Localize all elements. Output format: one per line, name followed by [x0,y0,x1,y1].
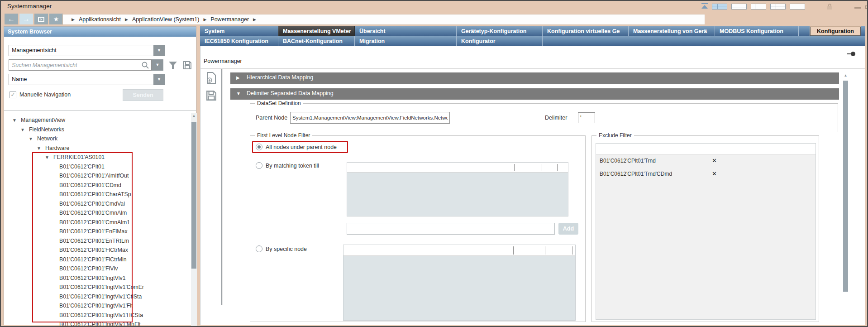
sort-dropdown[interactable]: Name ▼ [9,74,165,85]
tab-bacnet-konfiguration[interactable]: BACnet-Konfiguration [278,36,355,46]
import-file-icon[interactable] [205,72,217,84]
divider [221,69,222,305]
tree-item[interactable]: B01'C0612'CPlt01'CmnAlm [4,209,190,218]
tab-iec61850-konfiguration[interactable]: IEC61850 Konfiguration [200,36,278,46]
tree-item-label: B01'C0612'CPlt01'EnTRtLm [59,238,129,244]
breadcrumb-item[interactable]: Powermanager [210,16,249,23]
chevron-down-icon[interactable]: ▼ [153,74,165,85]
konfiguration-mode-button[interactable]: Konfiguration [810,27,861,36]
tree-item[interactable]: B01'C0612'CPlt01'IngtVlv1 [4,274,190,284]
filter-icon[interactable] [167,60,178,71]
remove-icon[interactable]: ✕ [712,157,717,164]
radio-all-nodes[interactable] [256,144,262,150]
layout-bottom-icon[interactable] [731,4,747,10]
tree-item[interactable]: B01'C0612'CPlt01'CharATSp [4,191,190,200]
collapse-arrow-icon[interactable]: ▼ [236,91,241,96]
favorites-button[interactable]: ★ [49,14,63,24]
sidebar-scrollbar[interactable]: ▲ [191,113,197,326]
search-input[interactable] [9,60,151,70]
tab-massenerstellung-vmeter[interactable]: Massenerstellung VMeter [278,26,355,36]
tree-expand-icon[interactable]: ▼ [29,136,33,141]
tab-übersicht[interactable]: Übersicht [355,26,457,36]
section-hierarchical-mapping[interactable]: ▶ Hierarchical Data Mapping [230,72,839,84]
tree-item[interactable]: B01'C0612'CPlt01'IngtVlv1'ComEr [4,284,190,293]
radio-matching-token[interactable] [256,162,262,169]
tree-item[interactable]: B01'C0612'CPlt01'EnTRtLm [4,237,190,246]
scrollbar-thumb[interactable] [843,81,848,292]
tree-item[interactable]: B01'C0612'CPlt01'CDmd [4,182,190,191]
send-button[interactable]: Senden [123,89,163,101]
specific-node-table[interactable] [343,245,576,321]
tree-item[interactable]: B01'C0612'CPlt01'CmdVal [4,200,190,209]
tab-modbus-konfiguration[interactable]: MODBUS Konfiguration [715,26,799,36]
back-button[interactable]: ← [5,14,18,24]
tab-konfiguration-virtuelles-ge[interactable]: Konfiguration virtuelles Ge [543,26,629,36]
view-dropdown[interactable]: Managementsicht ▼ [9,45,165,56]
tree-item[interactable]: B01'C0612'CPlt01 [4,163,190,172]
tree-expand-icon[interactable]: ▼ [37,146,41,151]
tree-item[interactable]: B01'C0612'CPlt01'EnFlMax [4,228,190,237]
save-icon[interactable] [205,90,217,101]
tree-item[interactable]: B01'C0612'CPlt01'CmnAlm1 [4,219,190,228]
remove-icon[interactable]: ✕ [712,170,717,177]
tree-item[interactable]: B01'C0612'CPlt01'FlCtrMax [4,246,190,255]
layout-left-icon[interactable] [751,4,766,10]
breadcrumb-item[interactable]: ApplicationView (System1) [132,16,199,23]
add-button[interactable]: Add [558,223,578,235]
layout-single-icon[interactable] [790,4,805,10]
parent-node-input[interactable] [290,112,450,124]
layout-quad-icon[interactable] [770,4,786,10]
tree-item-label: B01'C0612'CPlt01'AlmItfOut [59,173,129,179]
tree-item[interactable]: ▼ManagementView [4,116,190,125]
expand-arrow-icon[interactable]: ▶ [236,75,240,80]
tree-item[interactable]: B01'C0612'CPlt01'IngtVlv1'CtlSta [4,293,190,302]
tree-item[interactable]: B01'C0612'CPlt01'FlVlv [4,265,190,274]
tree-item[interactable]: ▼Hardware [4,144,190,154]
dock-pane-icon[interactable] [701,5,708,9]
radio-specific-node[interactable] [256,245,262,252]
tree-item-label: B01'C0612'CPlt01'IngtVlv1'CtlSta [59,293,142,300]
scroll-up-icon[interactable]: ▲ [843,73,849,77]
minimize-button[interactable] [854,7,861,9]
tree-item[interactable]: ▼FERRKIE01'AS0101 [4,154,190,163]
scroll-up-icon[interactable]: ▲ [191,114,197,118]
tree-item-label: B01'C0612'CPlt01 [59,164,105,170]
tree-item[interactable]: B01'C0612'CPlt01'IngtVlv1'Flt [4,302,190,311]
tab-system[interactable]: System [200,26,278,36]
search-dropdown-button[interactable]: ▼ [152,59,163,71]
manual-navigation-checkbox[interactable]: ✓ [10,91,16,98]
pin-icon[interactable] [847,52,856,56]
layout-grid-icon[interactable] [712,4,727,10]
tree-expand-icon[interactable]: ▼ [12,118,17,123]
tab-migration[interactable]: Migration [355,36,457,46]
tab-konfigurator[interactable]: Konfigurator [457,36,543,46]
delimiter-input[interactable] [578,112,595,123]
search-field[interactable] [9,59,152,71]
scrollbar-thumb[interactable] [191,122,196,269]
chevron-down-icon[interactable]: ▼ [153,45,165,56]
tree-item[interactable]: B01'C0612'CPlt01'IngtVlv1'MnFlt [4,321,190,326]
tree-expand-icon[interactable]: ▼ [20,127,25,132]
save-filter-icon[interactable] [182,60,193,71]
subtab-powermanager[interactable]: Powermanager [204,58,242,64]
specific-node-table-header [343,245,575,256]
tree-item[interactable]: ▼FieldNetworks [4,126,190,135]
forward-button[interactable]: → [19,14,33,24]
token-table[interactable] [347,162,568,216]
tab-gerätetyp-konfiguration[interactable]: Gerätetyp-Konfiguration [457,26,543,36]
star-icon: ★ [53,15,59,23]
content-scrollbar[interactable]: ▲ [843,73,849,305]
tree-item[interactable]: ▼Network [4,135,190,144]
section-delimiter-mapping[interactable]: ▼ Delimiter Separated Data Mapping [230,88,839,100]
tab-row-secondary: IEC61850 KonfigurationBACnet-Konfigurati… [200,36,865,46]
token-input[interactable] [347,223,555,235]
tree-item[interactable]: B01'C0612'CPlt01'AlmItfOut [4,172,190,181]
tree-item[interactable]: B01'C0612'CPlt01'FlCtrMin [4,256,190,265]
breadcrumb-item[interactable]: Applikationssicht [79,16,121,23]
tree-expand-icon[interactable]: ▼ [45,155,49,160]
tab-massenerstellung-von-gerä[interactable]: Massenerstellung von Gerä [629,26,715,36]
tree-item[interactable]: B01'C0612'CPlt01'IngtVlv1'HCSta [4,312,190,321]
restore-button[interactable] [865,4,868,9]
group-legend: First Level Node Filter [255,132,312,139]
history-button[interactable] [34,14,48,24]
